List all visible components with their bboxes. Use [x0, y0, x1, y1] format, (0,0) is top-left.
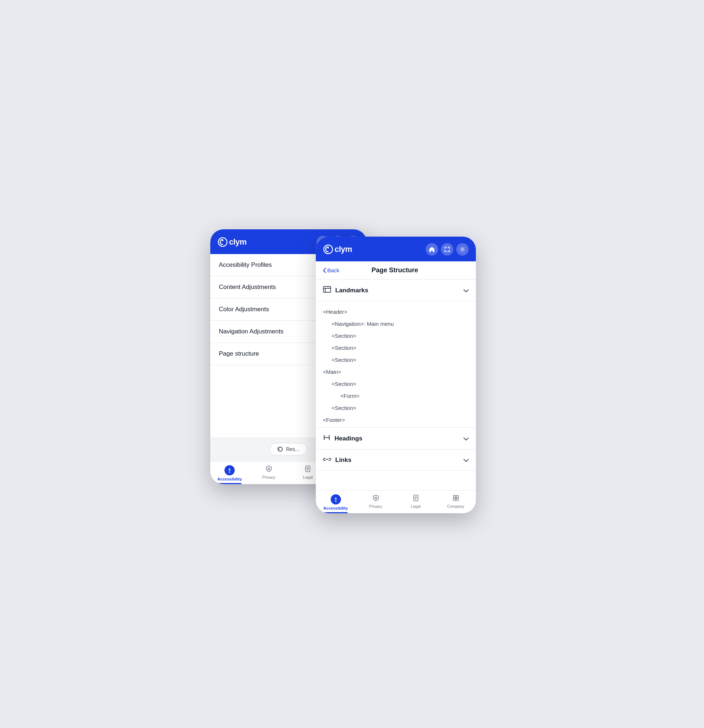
front-privacy-icon — [372, 494, 379, 503]
landmarks-chevron — [463, 287, 469, 294]
svg-point-3 — [229, 468, 230, 469]
front-phone-bottom-nav: Accessibility Privacy Legal Company — [316, 490, 476, 513]
back-label: Back — [327, 267, 339, 273]
headings-icon — [323, 434, 330, 443]
links-section-header[interactable]: Links — [316, 449, 476, 471]
front-phone-header: clym — [316, 237, 476, 261]
content-scroll: Landmarks <Header> <Navigation>: Main me… — [316, 280, 476, 490]
svg-point-10 — [324, 245, 333, 254]
headings-section-header[interactable]: Headings — [316, 428, 476, 449]
landmarks-section-header[interactable]: Landmarks — [316, 280, 476, 301]
svg-point-4 — [268, 468, 270, 470]
page-structure-title: Page Structure — [371, 266, 436, 274]
svg-point-15 — [375, 497, 377, 499]
front-legal-icon — [412, 494, 420, 503]
landmarks-icon — [323, 286, 331, 295]
front-phone: clym Back Page Structure — [316, 237, 476, 513]
landmark-section-5: <Section> — [323, 402, 469, 414]
svg-point-14 — [335, 498, 336, 499]
landmark-section-4: <Section> — [323, 378, 469, 390]
sub-header: Back Page Structure — [316, 261, 476, 280]
nav-item-privacy-back[interactable]: Privacy — [249, 462, 289, 484]
privacy-icon — [265, 465, 273, 474]
landmark-footer: <Footer> — [323, 414, 469, 426]
links-chevron — [463, 457, 469, 464]
landmark-main: <Main> — [323, 366, 469, 378]
svg-rect-18 — [456, 495, 459, 498]
svg-rect-13 — [323, 286, 331, 292]
logo-icon — [218, 237, 228, 247]
svg-point-0 — [218, 238, 227, 246]
landmark-header: <Header> — [323, 306, 469, 318]
front-home-button[interactable] — [426, 243, 438, 256]
front-accessibility-label: Accessibility — [323, 506, 348, 510]
front-accessibility-icon — [331, 494, 341, 504]
front-expand-button[interactable] — [441, 243, 453, 256]
front-privacy-label: Privacy — [369, 504, 382, 508]
front-settings-button[interactable] — [456, 243, 469, 256]
nav-item-legal-front[interactable]: Legal — [396, 491, 436, 513]
front-phone-logo: clym — [323, 244, 352, 254]
front-legal-label: Legal — [411, 504, 421, 508]
landmark-section-3: <Section> — [323, 354, 469, 366]
landmarks-content: <Header> <Navigation>: Main menu <Sectio… — [316, 301, 476, 428]
landmark-section-1: <Section> — [323, 330, 469, 342]
landmark-section-2: <Section> — [323, 342, 469, 354]
landmarks-label: Landmarks — [335, 287, 369, 294]
accessibility-icon — [225, 465, 235, 475]
front-logo-icon — [323, 244, 333, 254]
links-label: Links — [335, 456, 352, 464]
svg-rect-19 — [453, 498, 456, 501]
svg-point-11 — [327, 247, 329, 248]
front-company-label: Company — [447, 504, 464, 508]
svg-point-12 — [461, 248, 463, 250]
svg-point-1 — [222, 240, 224, 241]
scene: clym Accesibility Profiles Content Adjus… — [210, 215, 494, 513]
back-phone-logo: clym — [218, 237, 247, 247]
front-phone-header-icons — [426, 243, 469, 256]
nav-item-company-front[interactable]: Company — [436, 491, 476, 513]
links-icon — [323, 456, 331, 464]
svg-rect-20 — [456, 498, 459, 501]
headings-chevron — [463, 435, 469, 442]
legal-icon — [304, 465, 312, 474]
reset-button[interactable]: Res... — [270, 443, 307, 455]
back-link[interactable]: Back — [323, 267, 339, 273]
svg-rect-17 — [453, 495, 456, 498]
nav-item-accessibility-front[interactable]: Accessibility — [316, 491, 356, 513]
headings-label: Headings — [335, 435, 363, 442]
front-company-icon — [452, 494, 460, 503]
nav-item-accessibility-back[interactable]: Accessibility — [210, 462, 250, 484]
nav-item-privacy-front[interactable]: Privacy — [356, 491, 396, 513]
landmark-form: <Form> — [323, 390, 469, 402]
landmark-navigation: <Navigation>: Main menu — [323, 318, 469, 330]
